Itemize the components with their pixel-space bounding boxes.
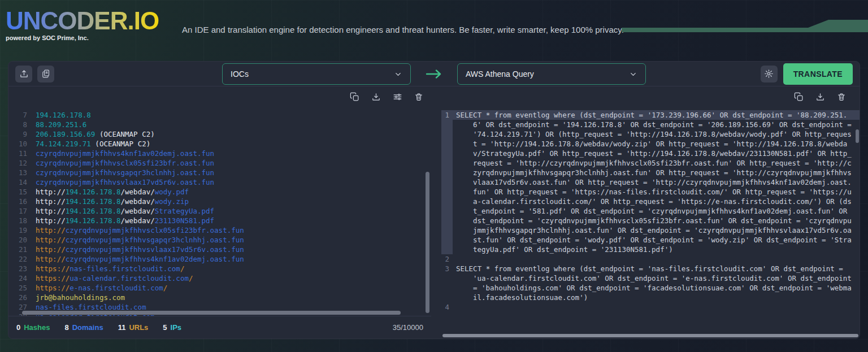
translate-button[interactable]: TRANSLATE — [783, 63, 853, 85]
ioc-line: 18http://194.126.178.8/webdav/231130N581… — [8, 216, 431, 225]
char-counter: 35/10000 — [393, 323, 423, 332]
line-number: 22 — [8, 254, 36, 264]
ioc-line: 9206.189.156.69 (OCEANMAP C2) — [8, 129, 431, 139]
ioc-line: 23https://nas-files.firstcloudit.com/ — [8, 264, 431, 273]
download-icon[interactable] — [815, 92, 825, 102]
line-number: 1 — [441, 110, 453, 254]
source-language-select[interactable]: IOCs — [222, 63, 411, 85]
ioc-line: 25https://e-nas.firstcloudit.com/ — [8, 283, 431, 293]
copy-icon[interactable] — [350, 92, 359, 102]
query-text — [453, 254, 860, 264]
query-text: SELECT * from eventlog where (dst_endpoi… — [453, 264, 860, 302]
ioc-line: 1074.124.219.71 (OCEANMAP C2) — [8, 139, 431, 149]
line-number: 24 — [8, 273, 36, 283]
target-language-select[interactable]: AWS Athena Query — [457, 63, 646, 85]
query-line: 4 — [441, 302, 860, 312]
line-number: 23 — [8, 264, 36, 273]
paste-documents-button[interactable] — [37, 66, 54, 82]
ioc-text: czyrqdnvpujmmjkfhhvsgapqr3hclnhhj.oast.f… — [36, 168, 214, 177]
source-panel: 7194.126.178.8888.209.251.69206.189.156.… — [8, 86, 431, 338]
ioc-line: 15http://194.126.178.8/webdav/wody.pdf — [8, 187, 431, 197]
ioc-text: http://czyrqdnvpujmmjkfhhvs4knf1av02demj… — [36, 254, 244, 264]
delete-icon[interactable] — [837, 92, 846, 102]
ioc-line: 17http://194.126.178.8/webdav/StrategyUa… — [8, 206, 431, 216]
upload-button[interactable] — [15, 66, 32, 82]
line-number: 15 — [8, 187, 36, 197]
query-text — [453, 302, 860, 312]
ioc-line: 7194.126.178.8 — [8, 110, 431, 120]
line-number: 4 — [441, 302, 453, 312]
query-output-editor[interactable]: 1SELECT * from eventlog where (dst_endpo… — [441, 107, 860, 338]
ioc-text: jrb@bahouholdings.com — [36, 293, 125, 302]
paste-documents-icon — [41, 69, 51, 79]
filters-icon[interactable] — [393, 92, 402, 102]
ioc-line: 888.209.251.6 — [8, 120, 431, 129]
left-vertical-scrollbar[interactable] — [426, 172, 429, 313]
toolbar: IOCs AWS Athena Query — [8, 62, 860, 86]
ioc-line: 26jrb@bahouholdings.com — [8, 293, 431, 302]
arrow-right-icon — [426, 68, 442, 80]
tagline: An IDE and translation engine for detect… — [182, 25, 624, 34]
ioc-line: 13czyrqdnvpujmmjkfhhvsgapqr3hclnhhj.oast… — [8, 168, 431, 177]
count-urls: 11URLs — [118, 323, 149, 332]
main-card: IOCs AWS Athena Query — [8, 61, 860, 339]
ioc-line: 14czyrqdnvpujmmjkfhhvsvlaax17vd5r6v.oast… — [8, 177, 431, 187]
ioc-text: https://e-nas.firstcloudit.com/ — [36, 283, 167, 293]
line-number: 7 — [8, 110, 36, 120]
source-panel-toolbar — [8, 86, 431, 107]
line-number: 17 — [8, 206, 36, 216]
line-number: 19 — [8, 225, 36, 235]
ioc-text: http://194.126.178.8/webdav/StrategyUa.p… — [36, 206, 214, 216]
settings-button[interactable] — [761, 66, 778, 82]
line-number: 3 — [441, 264, 453, 302]
right-vertical-scrollbar[interactable] — [856, 129, 859, 143]
gear-icon — [764, 69, 774, 79]
ioc-text: http://czyrqdnvpujmmjkfhhvsgapqr3hclnhhj… — [36, 235, 244, 245]
line-number: 10 — [8, 139, 36, 149]
count-hashes: 0Hashes — [16, 323, 50, 332]
query-line: 2 — [441, 254, 860, 264]
count-ips: 5IPs — [163, 323, 181, 332]
line-number: 25 — [8, 283, 36, 293]
ioc-line: 11czyrqdnvpujmmjkfhhvs4knf1av02demj.oast… — [8, 149, 431, 158]
output-panel: 1SELECT * from eventlog where (dst_endpo… — [441, 86, 860, 338]
uncoder-logo[interactable]: UNCODER.IO powered by SOC Prime, Inc. — [6, 8, 159, 41]
line-number: 21 — [8, 245, 36, 254]
left-horizontal-scrollbar[interactable] — [10, 311, 426, 315]
ioc-text: http://czyrqdnvpujmmjkfhhvsclx05sfi23bfr… — [36, 225, 244, 235]
ioc-status-bar: 0Hashes8Domains11URLs5IPs 35/10000 — [8, 316, 431, 338]
ioc-text: czyrqdnvpujmmjkfhhvsclx05sfi23bfr.oast.f… — [36, 158, 214, 168]
ioc-text: 194.126.178.8 — [36, 110, 91, 120]
count-domains: 8Domains — [64, 323, 103, 332]
ioc-text: http://194.126.178.8/webdav/231130N581.p… — [36, 216, 214, 225]
ioc-text: http://czyrqdnvpujmmjkfhhvsvlaax17vd5r6v… — [36, 245, 244, 254]
source-language-value: IOCs — [231, 69, 249, 79]
content-area: 7194.126.178.8888.209.251.69206.189.156.… — [8, 86, 860, 338]
right-horizontal-scrollbar[interactable] — [442, 334, 858, 337]
ioc-text: 74.124.219.71 (OCEANMAP C2) — [36, 139, 150, 149]
line-number: 9 — [8, 129, 36, 139]
ioc-text: 88.209.251.6 — [36, 120, 86, 129]
ioc-text: 206.189.156.69 (OCEANMAP C2) — [36, 129, 155, 139]
ioc-input-editor[interactable]: 7194.126.178.8888.209.251.69206.189.156.… — [8, 107, 431, 316]
copy-icon[interactable] — [794, 92, 804, 102]
chevron-down-icon — [394, 70, 402, 79]
chevron-down-icon — [629, 70, 637, 79]
ioc-line: 12czyrqdnvpujmmjkfhhvsclx05sfi23bfr.oast… — [8, 158, 431, 168]
line-number: 20 — [8, 235, 36, 245]
line-number: 13 — [8, 168, 36, 177]
line-number: 12 — [8, 158, 36, 168]
ioc-line: 21http://czyrqdnvpujmmjkfhhvsvlaax17vd5r… — [8, 245, 431, 254]
delete-icon[interactable] — [414, 92, 423, 102]
panel-divider — [431, 86, 441, 338]
ioc-line: 20http://czyrqdnvpujmmjkfhhvsgapqr3hclnh… — [8, 235, 431, 245]
line-number: 2 — [441, 254, 453, 264]
line-number: 11 — [8, 149, 36, 158]
ioc-text: http://194.126.178.8/webdav/wody.pdf — [36, 187, 189, 197]
line-number: 8 — [8, 120, 36, 129]
output-panel-toolbar — [441, 86, 860, 107]
decorative-band — [622, 20, 868, 32]
ioc-text: https://nas-files.firstcloudit.com/ — [36, 264, 184, 273]
download-icon[interactable] — [371, 92, 381, 102]
ioc-text: http://194.126.178.8/webdav/wody.zip — [36, 197, 189, 206]
